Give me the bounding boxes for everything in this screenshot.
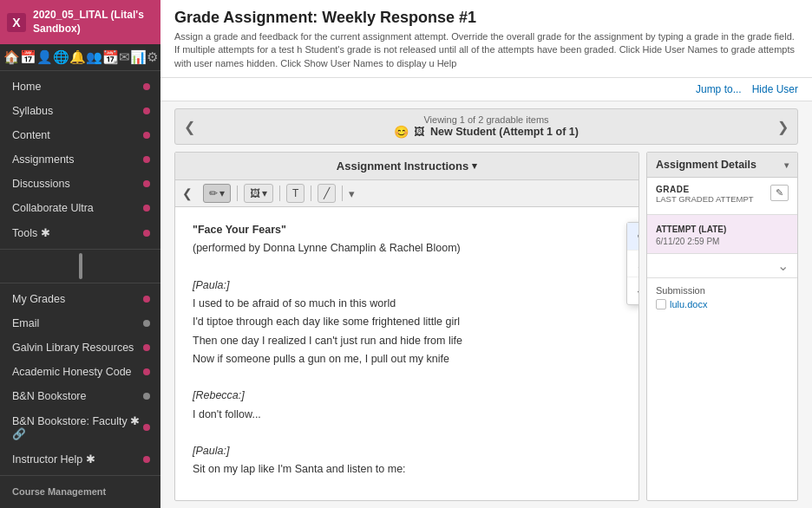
nav-dot <box>143 180 150 187</box>
nav-dot <box>143 132 150 139</box>
page-title: Grade Assignment: Weekly Response #1 <box>174 9 798 27</box>
toolbar-expand-button[interactable]: ❮ <box>182 186 193 200</box>
expand-button[interactable]: ⌄ <box>777 257 789 274</box>
nav-item-label: Instructor Help ✱ <box>12 453 95 466</box>
chevron-down-icon[interactable]: ▾ <box>472 160 477 172</box>
top-actions-bar: Jump to... Hide User <box>160 78 812 101</box>
toolbar-separator-3 <box>311 186 311 201</box>
nav-dot <box>143 368 150 375</box>
next-student-arrow[interactable]: ❯ <box>777 119 789 135</box>
brush-icon: 🖌 <box>638 257 639 270</box>
sidebar-item-galvin[interactable]: Galvin Library Resources <box>0 335 160 360</box>
sidebar-item-collaborate[interactable]: Collaborate Ultra <box>0 196 160 220</box>
assignment-content: "Face Your Fears" (performed by Donna Ly… <box>175 207 638 500</box>
calendar2-icon[interactable]: 📆 <box>102 49 119 65</box>
nav-item-label: Collaborate Ultra <box>12 202 94 214</box>
student-navigation: ❮ Viewing 1 of 2 gradable items 😊 🖼 New … <box>174 108 798 145</box>
hide-user-link[interactable]: Hide User <box>752 83 798 95</box>
brush-tool-option[interactable]: 🖌 Brush Brush <box>627 251 639 277</box>
text-tool-button[interactable]: T <box>286 184 304 203</box>
nav-dot <box>143 156 150 163</box>
mail-icon[interactable]: ✉ <box>119 49 130 65</box>
grade-edit-button[interactable]: ✎ <box>770 185 789 201</box>
cog-icon[interactable]: ⚙ <box>147 49 158 65</box>
viewing-text: Viewing 1 of 2 gradable items <box>202 114 770 125</box>
sidebar-item-control-panel[interactable]: Control Panel ▾ <box>0 500 160 508</box>
image-dropdown-arrow[interactable]: ▾ <box>262 187 267 199</box>
sidebar-item-syllabus[interactable]: Syllabus <box>0 99 160 123</box>
page-description: Assign a grade and feedback for the curr… <box>174 30 798 70</box>
nav-dot <box>143 296 150 303</box>
expand-row: ⌄ <box>647 254 797 278</box>
bell-icon[interactable]: 🔔 <box>69 49 86 65</box>
sidebar-item-discussions[interactable]: Discussions <box>0 172 160 196</box>
nav-dot <box>143 205 150 212</box>
nav-item-label: Home <box>12 81 41 93</box>
toolbar-separator-1 <box>237 186 238 201</box>
nav-dot <box>143 393 150 400</box>
instructions-header: Assignment Instructions ▾ <box>175 153 638 180</box>
nav-divider-2 <box>0 283 160 283</box>
nav-divider-3 <box>0 475 160 476</box>
more-tools-arrow[interactable]: ▾ <box>349 187 355 200</box>
student-icon: 😊 <box>394 125 409 139</box>
course-management-label: Course Management <box>0 479 160 500</box>
right-panel: Assignment Details ▾ GRADE LAST GRADED A… <box>646 152 798 501</box>
sidebar-item-content[interactable]: Content <box>0 123 160 147</box>
nav-item-label: B&N Bookstore <box>12 390 86 402</box>
verse1-line-4: Now if someone pulls a gun on me, I pull… <box>193 350 621 368</box>
nav-dot <box>143 107 150 114</box>
jump-to-link[interactable]: Jump to... <box>696 83 742 95</box>
toolbar-separator-4 <box>342 186 343 201</box>
verse1-line-2: I'd tiptoe through each day like some fr… <box>193 313 621 331</box>
student-name: New Student (Attempt 1 of 1) <box>430 126 579 138</box>
main-content: Grade Assignment: Weekly Response #1 Ass… <box>160 0 812 508</box>
sidebar-item-email[interactable]: Email <box>0 311 160 335</box>
calendar-icon[interactable]: 📅 <box>20 49 36 65</box>
line-icon: ╱ <box>324 187 330 199</box>
prev-student-arrow[interactable]: ❮ <box>184 119 195 135</box>
attempt-section: ATTEMPT (LATE) 6/11/20 2:59 PM <box>647 215 797 254</box>
nav-dot <box>143 230 150 237</box>
globe-icon[interactable]: 🌐 <box>53 49 69 65</box>
sidebar-item-bookstore[interactable]: B&N Bookstore <box>0 384 160 408</box>
nav-item-label: B&N Bookstore: Faculty ✱ 🔗 <box>12 414 143 440</box>
text-icon: T <box>292 187 298 199</box>
stats-icon[interactable]: 📊 <box>130 49 147 65</box>
user-icon[interactable]: 👤 <box>36 49 53 65</box>
sidebar-item-home[interactable]: Home <box>0 75 160 99</box>
drawing-icon: ✏ <box>638 230 639 243</box>
pen-dropdown-arrow[interactable]: ▾ <box>219 187 225 199</box>
sidebar-item-academic-honesty[interactable]: Academic Honesty Code <box>0 360 160 384</box>
nav-dot <box>143 344 150 351</box>
course-title: 2020_05_LITAL (Lital's Sandbox) <box>33 9 144 36</box>
home-icon[interactable]: 🏠 <box>3 49 20 65</box>
drawing-tool-option[interactable]: ✏ Drawing <box>627 223 639 251</box>
sidebar: X 2020_05_LITAL (Lital's Sandbox) 🏠 📅 👤 … <box>0 0 160 508</box>
ink-eraser-option[interactable]: ◇ Ink Eraser <box>627 277 639 304</box>
page-header: Grade Assignment: Weekly Response #1 Ass… <box>160 0 812 78</box>
nav-dot <box>143 83 150 90</box>
sidebar-item-assignments[interactable]: Assignments <box>0 147 160 172</box>
sidebar-item-instructor-help[interactable]: Instructor Help ✱ <box>0 446 160 472</box>
file-checkbox[interactable] <box>656 299 666 309</box>
pen-icon: ✏ <box>209 187 218 199</box>
eraser-icon: ◇ <box>638 284 639 297</box>
image-tool-button[interactable]: 🖼 ▾ <box>244 184 273 203</box>
submission-file-link[interactable]: lulu.docx <box>656 299 789 309</box>
image-icon: 🖼 <box>250 187 260 199</box>
nav-item-label: Tools ✱ <box>12 226 50 239</box>
instructions-label: Assignment Instructions <box>337 160 468 173</box>
line-tool-button[interactable]: ╱ <box>318 184 336 203</box>
sidebar-item-bookstore-faculty[interactable]: B&N Bookstore: Faculty ✱ 🔗 <box>0 408 160 446</box>
sidebar-item-my-grades[interactable]: My Grades <box>0 287 160 311</box>
sidebar-item-tools[interactable]: Tools ✱ <box>0 220 160 245</box>
toolbar-separator-2 <box>279 186 280 201</box>
chevron-down-icon[interactable]: ▾ <box>784 160 789 170</box>
nav-item-label: Email <box>12 317 39 329</box>
last-graded-attempt-label: LAST GRADED ATTEMPT <box>656 194 754 204</box>
people-icon[interactable]: 👥 <box>86 49 102 65</box>
pen-tool-button[interactable]: ✏ ▾ <box>203 184 231 203</box>
close-course-button[interactable]: X <box>7 13 26 32</box>
verse2-line: I don't follow... <box>193 406 621 424</box>
